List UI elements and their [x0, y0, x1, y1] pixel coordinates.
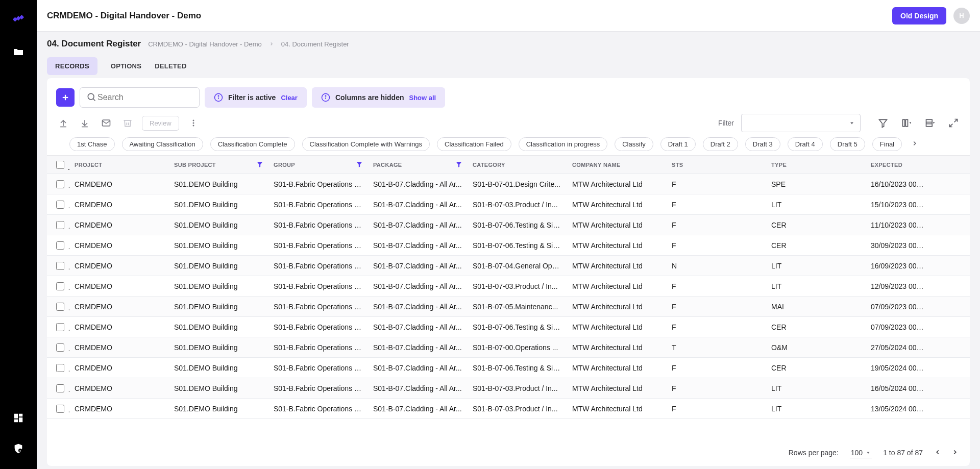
pager-prev-icon[interactable]	[934, 449, 941, 457]
mail-icon[interactable]	[99, 116, 113, 130]
table-row[interactable]: CRMDEMOS01.DEMO BuildingS01-B.Fabric Ope…	[47, 235, 970, 256]
table-row[interactable]: CRMDEMOS01.DEMO BuildingS01-B.Fabric Ope…	[47, 215, 970, 235]
column-header-project[interactable]: PROJECT	[69, 162, 169, 168]
review-button[interactable]: Review	[142, 116, 179, 131]
row-checkbox[interactable]	[56, 303, 64, 311]
row-checkbox[interactable]	[56, 384, 64, 392]
chevron-right-icon[interactable]	[909, 138, 920, 151]
logo-icon[interactable]	[8, 9, 29, 30]
column-header-type[interactable]: TYPE	[766, 162, 866, 168]
expand-icon[interactable]	[946, 116, 961, 130]
shield-icon[interactable]: e	[8, 438, 29, 459]
status-chip[interactable]: Classification Failed	[437, 137, 511, 151]
dashboard-icon[interactable]	[8, 408, 29, 428]
status-chip[interactable]: Final	[872, 137, 902, 151]
status-chip[interactable]: Draft 4	[788, 137, 823, 151]
row-checkbox[interactable]	[56, 201, 64, 209]
funnel-icon[interactable]	[876, 116, 890, 130]
table-row[interactable]: CRMDEMOS01.DEMO BuildingS01-B.Fabric Ope…	[47, 174, 970, 194]
row-checkbox[interactable]	[56, 262, 64, 270]
status-chip[interactable]: Classification Complete	[210, 137, 295, 151]
row-checkbox[interactable]	[56, 364, 64, 372]
rows-per-page-select[interactable]: 100	[850, 448, 872, 458]
funnel-icon[interactable]	[455, 161, 462, 169]
column-header-sts[interactable]: STS	[667, 162, 766, 168]
table-body: CRMDEMOS01.DEMO BuildingS01-B.Fabric Ope…	[47, 174, 970, 419]
breadcrumb: 04. Document Register CRMDEMO - Digital …	[47, 39, 970, 49]
columns-showall-link[interactable]: Show all	[409, 94, 436, 102]
status-chip[interactable]: Draft 1	[660, 137, 696, 151]
table-row[interactable]: CRMDEMOS01.DEMO BuildingS01-B.Fabric Ope…	[47, 276, 970, 297]
cell-company: MTW Architectural Ltd	[567, 384, 667, 392]
table-row[interactable]: CRMDEMOS01.DEMO BuildingS01-B.Fabric Ope…	[47, 256, 970, 276]
select-all-checkbox[interactable]	[56, 161, 64, 169]
avatar[interactable]: H	[953, 8, 970, 24]
column-header-sub_project[interactable]: SUB PROJECT	[169, 161, 268, 169]
column-header-group[interactable]: GROUP	[268, 161, 368, 169]
cell-project: CRMDEMO	[69, 405, 169, 413]
status-chip[interactable]: Draft 5	[830, 137, 865, 151]
cell-sts: N	[667, 262, 766, 270]
upload-icon[interactable]	[56, 116, 70, 130]
table-row[interactable]: CRMDEMOS01.DEMO BuildingS01-B.Fabric Ope…	[47, 194, 970, 215]
folder-icon[interactable]	[8, 42, 29, 62]
table-row[interactable]: CRMDEMOS01.DEMO BuildingS01-B.Fabric Ope…	[47, 399, 970, 419]
row-checkbox[interactable]	[56, 282, 64, 290]
cell-group: S01-B.Fabric Operations &...	[268, 343, 368, 352]
table-row[interactable]: CRMDEMOS01.DEMO BuildingS01-B.Fabric Ope…	[47, 297, 970, 317]
columns-icon[interactable]	[899, 116, 914, 130]
cell-sub_project: S01.DEMO Building	[169, 343, 268, 352]
row-checkbox[interactable]	[56, 180, 64, 188]
cell-project: CRMDEMO	[69, 201, 169, 209]
status-chip[interactable]: Draft 3	[745, 137, 780, 151]
funnel-icon[interactable]	[356, 161, 363, 169]
svg-marker-33	[933, 122, 935, 124]
table-row[interactable]: CRMDEMOS01.DEMO BuildingS01-B.Fabric Ope…	[47, 317, 970, 337]
svg-point-11	[88, 93, 94, 100]
add-button[interactable]	[56, 88, 75, 107]
status-chip[interactable]: Draft 2	[703, 137, 738, 151]
search-field[interactable]	[96, 92, 193, 103]
columns-hidden-chip: Columns are hidden Show all	[312, 87, 445, 108]
tab-options[interactable]: OPTIONS	[111, 57, 141, 75]
cell-category: S01-B-07-03.Product / In...	[468, 405, 567, 413]
column-header-category[interactable]: CATEGORY	[468, 162, 567, 168]
pager-next-icon[interactable]	[951, 449, 959, 457]
search-input[interactable]	[80, 87, 200, 108]
table-row[interactable]: CRMDEMOS01.DEMO BuildingS01-B.Fabric Ope…	[47, 337, 970, 358]
status-chip[interactable]: Awaiting Classification	[122, 137, 203, 151]
row-checkbox[interactable]	[56, 343, 64, 352]
filter-clear-link[interactable]: Clear	[281, 94, 298, 102]
row-checkbox[interactable]	[56, 241, 64, 250]
trash-icon[interactable]	[120, 116, 135, 130]
more-icon[interactable]	[186, 116, 201, 130]
status-chip[interactable]: Classification in progress	[519, 137, 608, 151]
density-icon[interactable]	[923, 116, 937, 130]
column-header-expected[interactable]: EXPECTED	[866, 162, 930, 168]
download-icon[interactable]	[78, 116, 92, 130]
cell-group: S01-B.Fabric Operations &...	[268, 323, 368, 331]
tab-records[interactable]: RECORDS	[47, 57, 97, 75]
funnel-icon[interactable]	[256, 161, 263, 169]
cell-expected: 12/09/2023 00:00	[866, 282, 930, 290]
row-checkbox[interactable]	[56, 405, 64, 413]
old-design-button[interactable]: Old Design	[892, 7, 946, 24]
status-chip[interactable]: Classify	[615, 137, 653, 151]
row-checkbox[interactable]	[56, 323, 64, 331]
column-header-company[interactable]: COMPANY NAME	[567, 162, 667, 168]
tab-deleted[interactable]: DELETED	[155, 57, 187, 75]
table-row[interactable]: CRMDEMOS01.DEMO BuildingS01-B.Fabric Ope…	[47, 358, 970, 378]
cell-sts: F	[667, 221, 766, 229]
status-chip[interactable]: Classification Complete with Warnings	[302, 137, 430, 151]
row-checkbox[interactable]	[56, 221, 64, 229]
cell-type: LIT	[766, 384, 866, 392]
filter-select[interactable]	[741, 114, 861, 132]
table-row[interactable]: CRMDEMOS01.DEMO BuildingS01-B.Fabric Ope…	[47, 378, 970, 399]
status-chip[interactable]: 1st Chase	[69, 137, 115, 151]
pager: Rows per page: 100 1 to 87 of 87	[47, 439, 970, 466]
cell-expected: 27/05/2024 00:00	[866, 343, 930, 352]
column-header-package[interactable]: PACKAGE	[368, 161, 468, 169]
cell-company: MTW Architectural Ltd	[567, 241, 667, 250]
cell-expected: 30/09/2023 00:00	[866, 241, 930, 250]
breadcrumb-item[interactable]: CRMDEMO - Digital Handover - Demo	[148, 40, 262, 48]
